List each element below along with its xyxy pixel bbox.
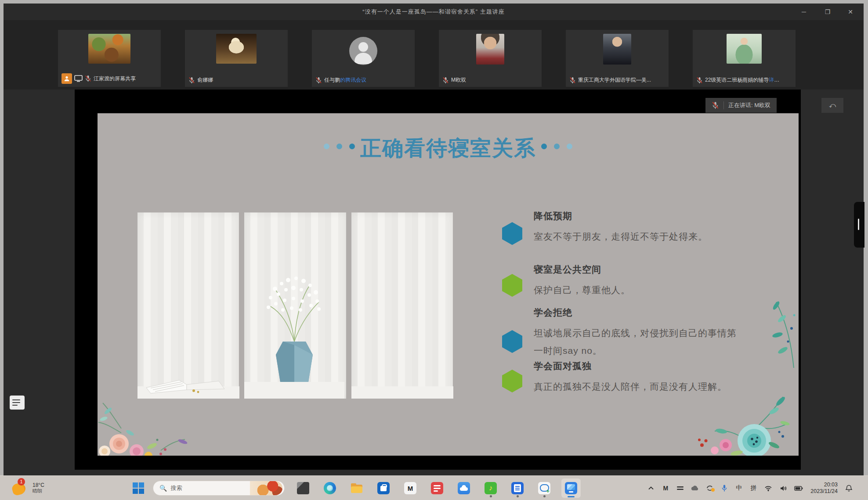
floral-decoration xyxy=(98,402,196,456)
screen: “没有一个人是一座孤岛——和谐宿舍关系” 主题讲座 ─ ❐ ✕ xyxy=(0,0,868,500)
mic-muted-icon xyxy=(442,77,449,84)
photo-panel-book xyxy=(137,212,239,399)
participant-name-link: 的腾讯会议 xyxy=(340,77,366,83)
mic-muted-icon xyxy=(85,75,91,82)
bullet-heading: 学会面对孤独 xyxy=(534,360,727,372)
photo-panel-curtain xyxy=(351,212,453,399)
participant-video xyxy=(88,34,130,64)
tray-sync-icon[interactable] xyxy=(706,485,713,491)
participant-tile[interactable]: 任与鹏的腾讯会议 xyxy=(312,30,415,87)
tray-ime-layout[interactable]: 拼 xyxy=(750,484,757,492)
hexagon-bullet-icon xyxy=(502,274,522,297)
floral-decoration xyxy=(756,298,799,372)
presenter-badge-icon xyxy=(61,73,72,84)
participant-tile[interactable]: 俞娜娜 xyxy=(185,30,288,87)
app-music-green[interactable]: ♪ xyxy=(481,478,500,498)
tray-bell-icon[interactable] xyxy=(845,485,852,492)
participant-tile[interactable]: 江家渡的屏幕共享 xyxy=(58,30,161,87)
hexagon-bullet-icon xyxy=(502,330,522,353)
mic-muted-icon xyxy=(188,77,195,84)
participant-strip: 江家渡的屏幕共享 俞娜娜 任与鹏的腾讯会议 xyxy=(4,20,864,90)
mic-muted-icon xyxy=(712,101,719,109)
shared-screen-canvas: 正在讲话: M欧双 ⤺ 正确看待寝室关系 xyxy=(75,90,801,470)
hexagon-bullet-icon xyxy=(502,222,522,245)
slide-bullet: 学会面对孤独 真正的孤独不是没人陪伴，而是没有人理解。 xyxy=(502,360,727,396)
app-meeting-active[interactable] xyxy=(561,478,581,498)
tray-media-icon[interactable]: M xyxy=(662,485,669,492)
slide-bullet: 寝室是公共空间 保护自己，尊重他人。 xyxy=(502,263,630,299)
slide-title: 正确看待寝室关系 xyxy=(360,134,536,162)
shared-screen-area: 正在讲话: M欧双 ⤺ 正确看待寝室关系 xyxy=(4,90,864,475)
tray-mic-icon[interactable] xyxy=(721,485,728,492)
speaking-label: 正在讲话: M欧双 xyxy=(728,101,770,109)
app-edge-browser[interactable] xyxy=(320,478,340,498)
bullet-body: 室友不等于朋友，走得近不等于处得来。 xyxy=(534,228,708,245)
mic-muted-icon xyxy=(315,77,322,84)
participant-video xyxy=(603,34,631,65)
bullet-heading: 寝室是公共空间 xyxy=(534,263,630,276)
minimize-button[interactable]: ─ xyxy=(792,4,815,20)
app-files-dark[interactable] xyxy=(293,478,313,498)
weather-icon: 1 xyxy=(11,479,29,496)
bullet-heading: 降低预期 xyxy=(534,210,708,222)
participant-name: 22级英语二班杨雨娟的辅导详情.. xyxy=(705,76,780,84)
slide-title-row: 正确看待寝室关系 xyxy=(98,134,799,162)
app-music-red[interactable] xyxy=(427,478,447,498)
app-file-explorer[interactable] xyxy=(347,478,366,498)
bullet-body: 保护自己，尊重他人。 xyxy=(534,281,630,299)
system-tray: M 中 拼 20:03 xyxy=(647,476,852,500)
start-button[interactable] xyxy=(132,482,145,495)
participant-tile[interactable]: M欧双 xyxy=(439,30,542,87)
participant-video xyxy=(727,34,762,64)
window-title: “没有一个人是一座孤岛——和谐宿舍关系” 主题讲座 xyxy=(4,4,864,20)
tray-cloud-icon[interactable] xyxy=(691,486,699,491)
tray-lines-icon[interactable] xyxy=(676,486,684,490)
avatar-placeholder xyxy=(349,37,377,65)
participant-video xyxy=(476,34,504,65)
slide-bullet: 降低预期 室友不等于朋友，走得近不等于处得来。 xyxy=(502,210,708,245)
tray-battery-icon[interactable] xyxy=(794,486,803,491)
tray-clock[interactable]: 20:03 2023/11/24 xyxy=(810,482,838,495)
maximize-button[interactable]: ❐ xyxy=(816,4,839,20)
side-panel-handle[interactable] xyxy=(854,202,864,248)
search-highlight-art[interactable] xyxy=(250,481,282,495)
screen-share-icon xyxy=(74,75,83,82)
tray-chevron-up-icon[interactable] xyxy=(647,486,655,490)
app-media-player[interactable]: M xyxy=(401,478,420,498)
tray-wifi-icon[interactable] xyxy=(764,486,772,491)
speaking-indicator: 正在讲话: M欧双 xyxy=(705,98,777,113)
participant-name: 任与鹏的腾讯会议 xyxy=(324,76,366,84)
bullet-body: 坦诚地展示自己的底线，对侵扰到自己的事情第一时间say no。 xyxy=(534,324,737,360)
participant-name: 重庆工商大学外国语学院—吴... xyxy=(578,76,651,84)
clock-time: 20:03 xyxy=(810,482,838,488)
app-cloud-drive[interactable] xyxy=(454,478,474,498)
bullet-body: 真正的孤独不是没人陪伴，而是没有人理解。 xyxy=(534,378,727,396)
taskbar-weather-widget[interactable]: 1 18°C 晴朗 xyxy=(11,479,44,496)
tray-volume-icon[interactable] xyxy=(780,486,787,491)
title-bar: “没有一个人是一座孤岛——和谐宿舍关系” 主题讲座 ─ ❐ ✕ xyxy=(4,4,864,20)
participant-name: M欧双 xyxy=(451,76,466,84)
search-icon: 🔍 xyxy=(159,485,167,492)
close-button[interactable]: ✕ xyxy=(839,4,862,20)
weather-temp: 18°C xyxy=(33,482,44,488)
app-docs[interactable] xyxy=(508,478,527,498)
participant-tile[interactable]: 重庆工商大学外国语学院—吴... xyxy=(566,30,669,87)
windows-taskbar: 1 18°C 晴朗 🔍 搜索 M ♪ xyxy=(0,475,868,500)
member-list-button[interactable] xyxy=(10,396,25,410)
divider xyxy=(723,101,724,109)
app-chat[interactable] xyxy=(535,478,554,498)
participant-tile[interactable]: 22级英语二班杨雨娟的辅导详情.. xyxy=(693,30,796,87)
presentation-slide: 正确看待寝室关系 xyxy=(98,113,799,456)
tray-ime-language[interactable]: 中 xyxy=(735,484,742,492)
app-microsoft-store[interactable] xyxy=(374,478,393,498)
bullet-heading: 学会拒绝 xyxy=(534,306,737,319)
meeting-window: “没有一个人是一座孤岛——和谐宿舍关系” 主题讲座 ─ ❐ ✕ xyxy=(4,4,864,475)
raise-hand-button[interactable]: ⤺ xyxy=(821,98,843,113)
participant-video xyxy=(216,34,257,64)
windows-logo-icon xyxy=(133,482,144,494)
photo-panel-vase xyxy=(244,212,346,399)
hexagon-bullet-icon xyxy=(502,370,522,392)
notification-badge: 1 xyxy=(18,478,25,486)
mic-muted-icon xyxy=(569,77,576,84)
taskbar-search[interactable]: 🔍 搜索 xyxy=(153,481,285,496)
